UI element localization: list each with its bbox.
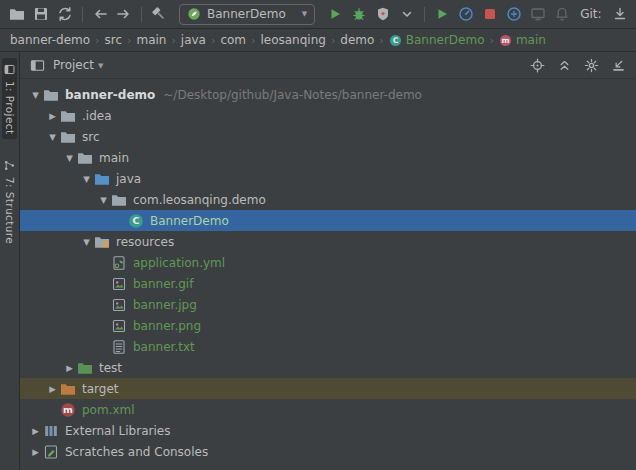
tree-row[interactable]: banner.png	[20, 315, 636, 336]
expanded-arrow-icon[interactable]: ▼	[45, 132, 60, 142]
tree-item-label: banner.txt	[133, 340, 195, 354]
collapse-all-button[interactable]	[557, 58, 572, 73]
folder-target-icon	[60, 381, 76, 397]
chevron-down-icon: ▼	[302, 10, 307, 18]
sync-button[interactable]	[53, 3, 77, 25]
expanded-arrow-icon[interactable]: ▼	[28, 90, 43, 100]
folder-icon	[60, 108, 76, 124]
save-all-button[interactable]	[29, 3, 53, 25]
update-project-button[interactable]	[608, 3, 632, 25]
build-button[interactable]	[147, 3, 171, 25]
image-icon	[111, 297, 127, 313]
yml-icon	[111, 255, 127, 271]
hide-panel-button[interactable]	[611, 58, 626, 73]
tree-row[interactable]: ▼resources	[20, 231, 636, 252]
structure-tab-icon	[3, 159, 16, 172]
tree-row[interactable]: ▶External Libraries	[20, 420, 636, 441]
tree-row[interactable]: banner.jpg	[20, 294, 636, 315]
stripe-tab-project[interactable]: 1: Project	[2, 58, 17, 139]
run-config-select[interactable]: BannerDemo▼	[179, 4, 315, 25]
locate-button[interactable]	[530, 58, 545, 73]
collapsed-arrow-icon[interactable]: ▶	[45, 384, 60, 394]
stripe-tab-label: 1: Project	[4, 81, 16, 134]
tree-row[interactable]: banner.gif	[20, 273, 636, 294]
breadcrumb-item[interactable]: mmain	[499, 33, 546, 47]
project-tree: ▼banner-demo~/Desktop/github/Java-Notes/…	[20, 79, 636, 470]
tree-row[interactable]: ▼java	[20, 168, 636, 189]
collapsed-arrow-icon[interactable]: ▶	[62, 363, 77, 373]
tree-row[interactable]: application.yml	[20, 252, 636, 273]
breadcrumb-separator: ›	[379, 34, 383, 47]
tree-row[interactable]: ▼main	[20, 147, 636, 168]
back-button[interactable]	[88, 3, 112, 25]
stripe-tab-structure[interactable]: 7: Structure	[2, 154, 17, 249]
tree-row[interactable]: ▼banner-demo~/Desktop/github/Java-Notes/…	[20, 84, 636, 105]
tree-row[interactable]: ▶Scratches and Consoles	[20, 441, 636, 462]
breadcrumb-label: leosanqing	[260, 33, 325, 47]
collapsed-arrow-icon[interactable]: ▶	[28, 447, 43, 457]
folder-icon	[77, 150, 93, 166]
expanded-arrow-icon[interactable]: ▼	[62, 153, 77, 163]
breadcrumb-label: java	[181, 33, 206, 47]
folder-test-icon	[77, 360, 93, 376]
breadcrumb-item[interactable]: src	[105, 33, 123, 47]
toolbar-separator	[424, 7, 425, 22]
forward-button[interactable]	[112, 3, 136, 25]
breadcrumb-label: demo	[340, 33, 374, 47]
scratches-icon	[43, 444, 59, 460]
package-icon	[111, 192, 127, 208]
breadcrumb-item[interactable]: banner-demo	[10, 33, 90, 47]
run-options-chevron[interactable]	[395, 3, 419, 25]
tree-item-label: .idea	[82, 109, 112, 123]
services-button[interactable]	[502, 3, 526, 25]
expanded-arrow-icon[interactable]: ▼	[79, 174, 94, 184]
breadcrumb-label: src	[105, 33, 123, 47]
breadcrumb-item[interactable]: com	[220, 33, 246, 47]
breadcrumb: banner-demo›src›main›java›com›leosanqing…	[0, 29, 636, 52]
chevron-down-icon: ▼	[98, 62, 103, 70]
debug-button[interactable]	[347, 3, 371, 25]
breadcrumb-item[interactable]: leosanqing	[260, 33, 325, 47]
profiler-button[interactable]	[454, 3, 478, 25]
panel-title[interactable]: Project	[53, 58, 94, 72]
settings-button[interactable]	[584, 58, 599, 73]
svg-text:C: C	[392, 36, 398, 45]
collapsed-arrow-icon[interactable]: ▶	[45, 111, 60, 121]
tree-row[interactable]: CBannerDemo	[20, 210, 636, 231]
breadcrumb-label: banner-demo	[10, 33, 90, 47]
breadcrumb-item[interactable]: java	[181, 33, 206, 47]
expanded-arrow-icon[interactable]: ▼	[79, 237, 94, 247]
tree-row[interactable]: banner.txt	[20, 336, 636, 357]
tree-row[interactable]: ▶.idea	[20, 105, 636, 126]
collapsed-arrow-icon[interactable]: ▶	[28, 426, 43, 436]
image-icon	[111, 318, 127, 334]
expanded-arrow-icon[interactable]: ▼	[96, 195, 111, 205]
breadcrumb-item[interactable]: CBannerDemo	[389, 33, 485, 47]
open-button[interactable]	[5, 3, 29, 25]
breadcrumb-label: main	[136, 33, 166, 47]
stop-button[interactable]	[478, 3, 502, 25]
monitor-button[interactable]	[526, 3, 550, 25]
tree-row[interactable]: ▶test	[20, 357, 636, 378]
tree-item-label: External Libraries	[65, 424, 170, 438]
rerun-button[interactable]	[430, 3, 454, 25]
git-label: Git:	[580, 7, 601, 21]
project-panel-header: Project ▼	[20, 52, 636, 79]
class-icon: C	[389, 34, 402, 47]
run-button[interactable]	[323, 3, 347, 25]
toolbar-separator	[82, 7, 83, 22]
tree-item-label: src	[82, 130, 100, 144]
tree-row[interactable]: mpom.xml	[20, 399, 636, 420]
folder-resources-icon	[94, 234, 110, 250]
notifications-button[interactable]	[550, 3, 574, 25]
tree-item-label: java	[116, 172, 141, 186]
breadcrumb-separator: ›	[331, 34, 335, 47]
tree-row[interactable]: ▶target	[20, 378, 636, 399]
maven-icon: m	[60, 402, 76, 418]
tree-row[interactable]: ▼com.leosanqing.demo	[20, 189, 636, 210]
coverage-button[interactable]	[371, 3, 395, 25]
tree-item-label: banner.jpg	[133, 298, 197, 312]
tree-row[interactable]: ▼src	[20, 126, 636, 147]
breadcrumb-item[interactable]: main	[136, 33, 166, 47]
breadcrumb-item[interactable]: demo	[340, 33, 374, 47]
